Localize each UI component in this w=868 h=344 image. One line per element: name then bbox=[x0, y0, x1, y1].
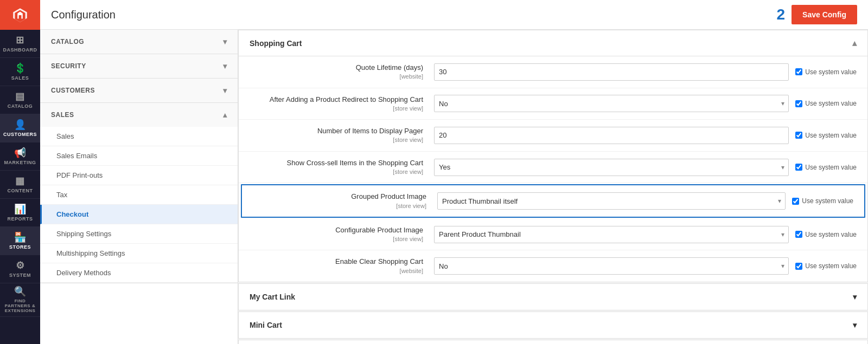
sidebar-item-content[interactable]: ▦ CONTENT bbox=[0, 171, 40, 199]
expand-icon: ▾ bbox=[853, 293, 857, 301]
after-adding-redirect-select-wrap: No Yes ▾ bbox=[434, 95, 789, 112]
sidebar-item-find-partners[interactable]: 🔍 FIND PARTNERS & EXTENSIONS bbox=[0, 283, 40, 317]
nav-item-tax[interactable]: Tax bbox=[40, 185, 238, 205]
mini-cart-section[interactable]: Mini Cart ▾ bbox=[238, 311, 868, 339]
left-navigation: CATALOG ▾ SECURITY ▾ CUSTOMERS ▾ bbox=[40, 30, 238, 344]
content-icon: ▦ bbox=[15, 176, 25, 186]
configurable-product-image-control: Parent Product Thumbnail Product Thumbna… bbox=[434, 226, 857, 243]
enable-clear-cart-select[interactable]: No Yes bbox=[434, 257, 789, 275]
number-of-items-label: Number of Items to Display Pager [store … bbox=[250, 126, 434, 145]
sidebar-logo[interactable] bbox=[0, 0, 40, 30]
chevron-up-icon: ▴ bbox=[223, 111, 227, 119]
page-header: Configuration 2 Save Config bbox=[40, 0, 868, 30]
sidebar-item-marketing[interactable]: 📢 MARKETING bbox=[0, 142, 40, 171]
shopping-cart-title: Shopping Cart bbox=[250, 39, 302, 48]
nav-section-catalog: CATALOG ▾ bbox=[40, 30, 238, 54]
quote-lifetime-label: Quote Lifetime (days) [website] bbox=[250, 63, 434, 81]
shopping-cart-section: Shopping Cart ▴ Quote Lifetime (days) [w… bbox=[238, 30, 868, 282]
expand-icon: ▾ bbox=[853, 321, 857, 329]
nav-item-delivery-methods[interactable]: Delivery Methods bbox=[40, 263, 238, 283]
use-system-checkbox-show-cross-sell[interactable] bbox=[795, 164, 802, 171]
use-system-value-configurable-product: Use system value bbox=[795, 231, 857, 238]
shopping-cart-section-header[interactable]: Shopping Cart ▴ bbox=[239, 30, 867, 56]
header-right: 2 Save Config bbox=[777, 5, 857, 24]
nav-section-security-label: SECURITY bbox=[51, 62, 86, 70]
use-system-checkbox-quote-lifetime[interactable] bbox=[795, 68, 802, 75]
sidebar-item-dashboard[interactable]: ⊞ DASHBOARD bbox=[0, 30, 40, 58]
my-cart-link-section[interactable]: My Cart Link ▾ bbox=[238, 283, 868, 310]
main-config-content: Shopping Cart ▴ Quote Lifetime (days) [w… bbox=[238, 30, 868, 344]
shopping-cart-section-body: Quote Lifetime (days) [website] Use syst… bbox=[239, 56, 867, 282]
quote-lifetime-input[interactable] bbox=[434, 63, 789, 81]
sidebar-item-customers[interactable]: 👤 CUSTOMERS bbox=[0, 114, 40, 142]
nav-section-customers-label: CUSTOMERS bbox=[51, 87, 95, 94]
use-system-value-show-cross-sell: Use system value bbox=[795, 164, 857, 171]
nav-item-checkout[interactable]: Checkout bbox=[40, 205, 238, 224]
use-system-checkbox-number-of-items[interactable] bbox=[795, 132, 802, 139]
configurable-product-image-row: Configurable Product Image [store view] … bbox=[239, 219, 867, 251]
show-cross-sell-control: Yes No ▾ Use system value bbox=[434, 159, 857, 176]
use-system-value-after-adding: Use system value bbox=[795, 100, 857, 107]
nav-section-security-header[interactable]: SECURITY ▾ bbox=[40, 54, 238, 78]
number-of-items-row: Number of Items to Display Pager [store … bbox=[239, 120, 867, 152]
grouped-product-image-row: Grouped Product Image [store view] Produ… bbox=[241, 184, 865, 218]
nav-section-sales: SALES ▴ Sales Sales Emails PDF Print-out… bbox=[40, 103, 238, 283]
payment-failed-emails-section[interactable]: Payment Failed Emails ▾ bbox=[238, 340, 868, 344]
save-config-button[interactable]: Save Config bbox=[792, 5, 857, 24]
configurable-product-image-select[interactable]: Parent Product Thumbnail Product Thumbna… bbox=[434, 226, 789, 243]
nav-item-sales[interactable]: Sales bbox=[40, 127, 238, 146]
nav-section-catalog-label: CATALOG bbox=[51, 38, 84, 46]
sidebar-item-reports[interactable]: 📊 REPORTS bbox=[0, 199, 40, 227]
nav-section-sales-header[interactable]: SALES ▴ bbox=[40, 103, 238, 127]
chevron-down-icon: ▾ bbox=[223, 86, 227, 95]
sidebar-item-label: STORES bbox=[9, 244, 31, 250]
catalog-icon: ▤ bbox=[15, 92, 25, 101]
find-partners-icon: 🔍 bbox=[14, 287, 27, 296]
use-system-checkbox-enable-clear-cart[interactable] bbox=[795, 263, 802, 270]
enable-clear-cart-row: Enable Clear Shopping Cart [website] No … bbox=[239, 250, 867, 282]
after-adding-redirect-control: No Yes ▾ Use system value bbox=[434, 95, 857, 112]
nav-section-sales-items: Sales Sales Emails PDF Print-outs Tax Ch… bbox=[40, 127, 238, 283]
use-system-checkbox-configurable-product[interactable] bbox=[795, 231, 802, 238]
nav-item-pdf-print-outs[interactable]: PDF Print-outs bbox=[40, 166, 238, 185]
show-cross-sell-row: Show Cross-sell Items in the Shopping Ca… bbox=[239, 152, 867, 184]
use-system-checkbox-grouped-product[interactable] bbox=[792, 198, 799, 205]
sidebar-item-catalog[interactable]: ▤ CATALOG bbox=[0, 86, 40, 114]
nav-item-multishipping-settings[interactable]: Multishipping Settings bbox=[40, 244, 238, 263]
show-cross-sell-select[interactable]: Yes No bbox=[434, 159, 789, 176]
use-system-checkbox-after-adding[interactable] bbox=[795, 100, 802, 107]
nav-section-customers-header[interactable]: CUSTOMERS ▾ bbox=[40, 79, 238, 102]
show-cross-sell-label: Show Cross-sell Items in the Shopping Ca… bbox=[250, 158, 434, 177]
sidebar-item-stores[interactable]: 🏪 STORES bbox=[0, 227, 40, 255]
grouped-product-image-select[interactable]: Product Thumbnail itself Parent Product … bbox=[437, 192, 786, 210]
configurable-product-image-label: Configurable Product Image [store view] bbox=[250, 225, 434, 244]
sidebar-item-sales[interactable]: 💲 SALES bbox=[0, 58, 40, 86]
enable-clear-cart-label: Enable Clear Shopping Cart [website] bbox=[250, 257, 434, 275]
nav-item-sales-emails[interactable]: Sales Emails bbox=[40, 146, 238, 166]
enable-clear-cart-select-wrap: No Yes ▾ bbox=[434, 257, 789, 275]
sidebar-item-label: SYSTEM bbox=[9, 272, 31, 278]
quote-lifetime-row: Quote Lifetime (days) [website] Use syst… bbox=[239, 56, 867, 88]
grouped-product-image-label: Grouped Product Image [store view] bbox=[253, 192, 437, 210]
sidebar-item-label: REPORTS bbox=[7, 216, 33, 222]
after-adding-redirect-select[interactable]: No Yes bbox=[434, 95, 789, 112]
after-adding-redirect-row: After Adding a Product Redirect to Shopp… bbox=[239, 88, 867, 120]
sales-icon: 💲 bbox=[14, 63, 27, 73]
my-cart-link-title: My Cart Link bbox=[250, 293, 295, 301]
nav-section-catalog-header[interactable]: CATALOG ▾ bbox=[40, 30, 238, 54]
sidebar-item-system[interactable]: ⚙ SYSTEM bbox=[0, 255, 40, 283]
stores-icon: 🏪 bbox=[14, 232, 27, 242]
use-system-value-quote-lifetime: Use system value bbox=[795, 68, 857, 76]
sidebar-item-label: FIND PARTNERS & EXTENSIONS bbox=[2, 298, 38, 313]
chevron-down-icon: ▾ bbox=[223, 62, 227, 70]
number-of-items-input[interactable] bbox=[434, 127, 789, 144]
use-system-value-number-of-items: Use system value bbox=[795, 132, 857, 139]
nav-item-shipping-settings[interactable]: Shipping Settings bbox=[40, 224, 238, 244]
chevron-down-icon: ▾ bbox=[223, 37, 227, 46]
sidebar: ⊞ DASHBOARD 💲 SALES ▤ CATALOG 👤 CUSTOMER… bbox=[0, 0, 40, 344]
step-badge: 2 bbox=[777, 6, 786, 23]
marketing-icon: 📢 bbox=[14, 148, 27, 158]
customers-icon: 👤 bbox=[14, 120, 27, 129]
enable-clear-cart-control: No Yes ▾ Use system value bbox=[434, 257, 857, 275]
collapse-icon: ▴ bbox=[852, 38, 857, 48]
